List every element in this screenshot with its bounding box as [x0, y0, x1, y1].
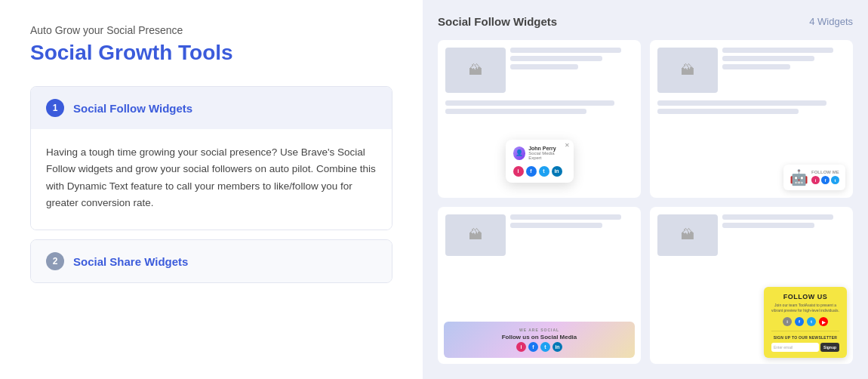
- mock-lines-5: [510, 214, 633, 228]
- linkedin-icon[interactable]: in: [552, 166, 562, 177]
- popup-name: John Perry: [528, 146, 565, 151]
- popup-close[interactable]: ✕: [565, 142, 570, 149]
- mock-image-3: 🏔: [445, 214, 506, 256]
- yellow-sub-text: Join our team ToolAssist to present a vi…: [771, 303, 839, 313]
- twitter-icon[interactable]: t: [831, 176, 839, 184]
- accordion-number-1: 1: [46, 99, 64, 117]
- accordion-description-1: Having a tough time growing your social …: [46, 144, 377, 211]
- yellow-follow-title: FOLLOW US: [771, 293, 839, 300]
- accordion-item-2: 2 Social Share Widgets: [30, 239, 392, 283]
- facebook-icon[interactable]: f: [526, 166, 537, 177]
- mock-top-bar-2: 🏔: [657, 48, 845, 93]
- mock-lines-1: [510, 48, 633, 69]
- follow-me-content: FOLLOW ME i f t: [811, 170, 839, 184]
- yellow-signup-button[interactable]: Signup: [820, 343, 839, 352]
- mock-top-bar-3: 🏔: [445, 214, 633, 256]
- accordion-header-1[interactable]: 1 Social Follow Widgets: [31, 87, 392, 129]
- accordion-title-1: Social Follow Widgets: [73, 102, 192, 115]
- accordion-body-1: Having a tough time growing your social …: [31, 129, 392, 230]
- popup-social-icons: i f t in: [513, 166, 566, 177]
- facebook-icon[interactable]: f: [795, 317, 804, 326]
- widget-card-1[interactable]: 🏔 ✕ 👤 Joh: [438, 40, 641, 198]
- facebook-icon[interactable]: f: [528, 342, 538, 352]
- mock-line: [510, 223, 602, 228]
- mock-line: [722, 214, 833, 220]
- right-panel-title: Social Follow Widgets: [438, 15, 557, 28]
- social-popup-1: ✕ 👤 John Perry Social Media Expert i f t…: [506, 140, 574, 183]
- yellow-divider: [771, 331, 839, 331]
- left-panel: Auto Grow your Social Presence Social Gr…: [0, 0, 423, 379]
- widgets-grid: 🏔 ✕ 👤 Joh: [438, 40, 853, 364]
- mock-line: [722, 64, 790, 69]
- mock-image-1: 🏔: [445, 48, 506, 93]
- right-header: Social Follow Widgets 4 Widgets: [438, 15, 853, 28]
- banner-social-icons: i f t in: [450, 342, 629, 352]
- subtitle: Auto Grow your Social Presence: [30, 24, 392, 36]
- mock-line: [510, 214, 621, 220]
- instagram-icon[interactable]: i: [783, 317, 792, 326]
- widget-mock-4: 🏔 FOLLOW US Join our team ToolAssist to …: [650, 207, 853, 365]
- accordion-title-2: Social Share Widgets: [73, 255, 188, 268]
- widget-card-2[interactable]: 🏔 🤖 FOLLOW ME: [650, 40, 853, 198]
- youtube-icon[interactable]: ▶: [819, 317, 828, 326]
- widget-card-3[interactable]: 🏔 WE ARE SOCIAL Follow us on Social Medi…: [438, 207, 641, 365]
- mock-line: [657, 109, 799, 114]
- mock-lines-3: [722, 48, 845, 69]
- mock-top-bar-1: 🏔: [445, 48, 633, 93]
- instagram-icon[interactable]: i: [516, 342, 526, 352]
- widget-mock-2: 🏔 🤖 FOLLOW ME: [650, 40, 853, 198]
- mock-line: [510, 56, 602, 61]
- popup-role: Social Media Expert: [528, 151, 565, 160]
- instagram-icon[interactable]: i: [811, 176, 820, 184]
- follow-me-icons: i f t: [811, 176, 839, 184]
- yellow-email-input[interactable]: Enter email: [771, 343, 819, 352]
- facebook-icon[interactable]: f: [821, 176, 830, 184]
- mock-image-4: 🏔: [657, 214, 718, 256]
- mock-line: [657, 100, 826, 106]
- mock-top-bar-4: 🏔: [657, 214, 845, 256]
- instagram-icon[interactable]: i: [513, 166, 524, 177]
- right-panel: Social Follow Widgets 4 Widgets 🏔: [423, 0, 868, 379]
- widget-mock-1: 🏔 ✕ 👤 Joh: [438, 40, 641, 198]
- mock-line: [510, 64, 578, 69]
- yellow-input-row: Enter email Signup: [771, 343, 839, 352]
- twitter-icon[interactable]: t: [539, 166, 549, 177]
- social-banner: WE ARE SOCIAL Follow us on Social Media …: [444, 322, 635, 358]
- follow-me-overlay: 🤖 FOLLOW ME i f t: [783, 165, 845, 190]
- accordion-item-1: 1 Social Follow Widgets Having a tough t…: [30, 86, 392, 230]
- banner-we-are: WE ARE SOCIAL: [450, 328, 629, 332]
- popup-avatar: 👤: [513, 146, 526, 160]
- widget-count: 4 Widgets: [809, 16, 853, 27]
- twitter-icon[interactable]: t: [807, 317, 816, 326]
- mock-line: [722, 56, 814, 61]
- widget-card-4[interactable]: 🏔 FOLLOW US Join our team ToolAssist to …: [650, 207, 853, 365]
- linkedin-icon[interactable]: in: [553, 342, 562, 352]
- mock-line: [722, 48, 833, 53]
- mock-line: [510, 48, 621, 53]
- banner-title: Follow us on Social Media: [450, 334, 629, 340]
- twitter-icon[interactable]: t: [540, 342, 550, 352]
- mock-lines-6: [722, 214, 845, 228]
- email-placeholder: Enter email: [774, 345, 793, 350]
- accordion-number-2: 2: [46, 252, 64, 270]
- character-icon: 🤖: [790, 168, 808, 186]
- mock-line: [445, 109, 586, 114]
- mock-line: [722, 223, 814, 228]
- follow-label: FOLLOW ME: [811, 170, 839, 174]
- widget-mock-3: 🏔 WE ARE SOCIAL Follow us on Social Medi…: [438, 207, 641, 365]
- accordion-header-2[interactable]: 2 Social Share Widgets: [31, 240, 392, 282]
- mock-line: [445, 100, 614, 106]
- main-title: Social Growth Tools: [30, 41, 392, 65]
- yellow-signup-label: SIGN UP TO OUR NEWSLETTER: [771, 335, 839, 340]
- mock-image-2: 🏔: [657, 48, 718, 93]
- popup-info: John Perry Social Media Expert: [528, 146, 565, 164]
- yellow-social-icons: i f t ▶: [771, 317, 839, 326]
- yellow-follow-overlay: FOLLOW US Join our team ToolAssist to pr…: [764, 287, 847, 358]
